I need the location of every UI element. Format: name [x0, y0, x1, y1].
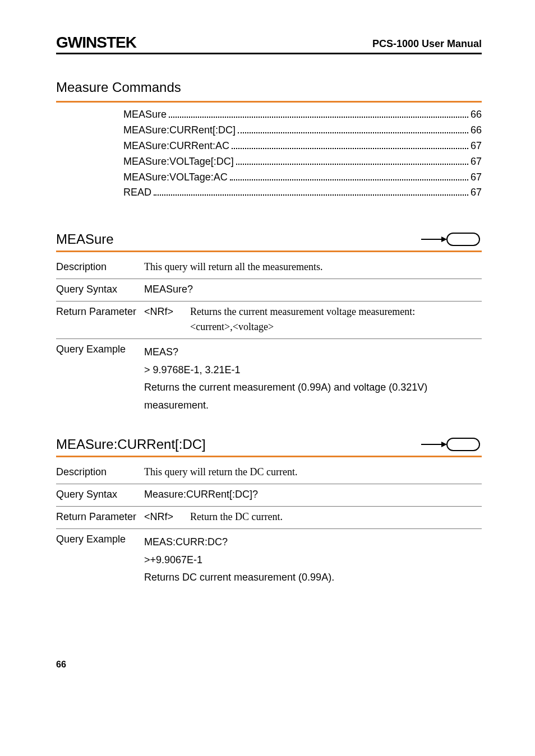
row-label: Query Example [56, 534, 144, 587]
return-description: Returns the current measurement voltage … [190, 306, 482, 333]
toc-leader [236, 164, 468, 165]
example-response: > 9.9768E-1, 3.21E-1 [144, 361, 482, 379]
toc-label: READ [123, 185, 151, 201]
query-syntax-text: Measure:CURRent[:DC]? [144, 489, 482, 500]
toc-label: MEASure:CURRent[:DC] [123, 123, 236, 138]
toc-label: MEASure:VOLTage[:DC] [123, 154, 234, 170]
description-row: Description This query will return all t… [56, 257, 482, 279]
table-of-contents: MEASure 66 MEASure:CURRent[:DC] 66 MEASu… [123, 107, 482, 201]
return-parameter-row: Return Parameter <NRf> Return the DC cur… [56, 507, 482, 529]
toc-page: 67 [471, 170, 482, 185]
row-label: Query Syntax [56, 489, 144, 500]
svg-marker-4 [441, 442, 447, 447]
divider [56, 251, 482, 252]
row-label: Query Example [56, 344, 144, 414]
example-response: >+9.9067E-1 [144, 551, 482, 569]
page-number: 66 [56, 660, 482, 670]
query-icon [420, 437, 482, 452]
toc-page: 67 [471, 185, 482, 201]
toc-page: 67 [471, 138, 482, 154]
command-header: MEASure [56, 231, 482, 247]
row-label: Description [56, 466, 144, 478]
command-header: MEASure:CURRent[:DC] [56, 437, 482, 452]
toc-page: 66 [471, 107, 482, 123]
query-icon [420, 232, 482, 247]
toc-leader [238, 132, 468, 133]
row-label: Return Parameter [56, 511, 144, 523]
toc-leader [232, 148, 468, 149]
return-description: Return the DC current. [190, 511, 482, 523]
toc-leader [154, 194, 468, 196]
page-header: GWINSTEK PCS-1000 User Manual [56, 34, 482, 54]
section-heading: Measure Commands [56, 80, 482, 95]
example-explanation: Returns the current measurement (0.99A) … [144, 379, 482, 414]
example-body: MEAS:CURR:DC? >+9.9067E-1 Returns DC cur… [144, 534, 482, 587]
description-text: This query will return the DC current. [144, 466, 482, 478]
query-example-row: Query Example MEAS:CURR:DC? >+9.9067E-1 … [56, 529, 482, 592]
toc-label: MEASure:VOLTage:AC [123, 170, 228, 185]
svg-marker-1 [441, 236, 447, 242]
toc-leader [169, 117, 468, 118]
row-label: Query Syntax [56, 284, 144, 295]
divider [56, 101, 482, 103]
toc-item: READ 67 [123, 185, 482, 201]
manual-title: PCS-1000 User Manual [372, 38, 482, 52]
example-command: MEAS? [144, 344, 482, 361]
query-example-row: Query Example MEAS? > 9.9768E-1, 3.21E-1… [56, 339, 482, 420]
brand-logo: GWINSTEK [56, 34, 136, 52]
toc-page: 66 [471, 123, 482, 138]
command-name: MEASure [56, 231, 114, 247]
example-command: MEAS:CURR:DC? [144, 534, 482, 551]
return-type: <NRf> [144, 306, 190, 333]
toc-item: MEASure:VOLTage[:DC] 67 [123, 154, 482, 170]
toc-leader [230, 179, 468, 180]
row-label: Return Parameter [56, 306, 144, 333]
description-row: Description This query will return the D… [56, 462, 482, 484]
toc-label: MEASure [123, 107, 167, 123]
toc-page: 67 [471, 154, 482, 170]
svg-rect-5 [447, 438, 479, 451]
example-body: MEAS? > 9.9768E-1, 3.21E-1 Returns the c… [144, 344, 482, 414]
return-format: <current>,<voltage> [190, 321, 482, 333]
query-syntax-row: Query Syntax MEASure? [56, 279, 482, 302]
divider [56, 456, 482, 457]
svg-rect-2 [447, 233, 479, 245]
command-name: MEASure:CURRent[:DC] [56, 437, 206, 452]
example-explanation: Returns DC current measurement (0.99A). [144, 569, 482, 587]
return-parameter-row: Return Parameter <NRf> Returns the curre… [56, 302, 482, 339]
toc-label: MEASure:CURRent:AC [123, 138, 229, 154]
toc-item: MEASure:VOLTage:AC 67 [123, 170, 482, 185]
description-text: This query will return all the measureme… [144, 261, 482, 273]
toc-item: MEASure:CURRent[:DC] 66 [123, 123, 482, 138]
return-text: Returns the current measurement voltage … [190, 306, 482, 318]
query-syntax-text: MEASure? [144, 284, 482, 295]
toc-item: MEASure:CURRent:AC 67 [123, 138, 482, 154]
return-type: <NRf> [144, 511, 190, 523]
toc-item: MEASure 66 [123, 107, 482, 123]
row-label: Description [56, 261, 144, 273]
query-syntax-row: Query Syntax Measure:CURRent[:DC]? [56, 484, 482, 507]
